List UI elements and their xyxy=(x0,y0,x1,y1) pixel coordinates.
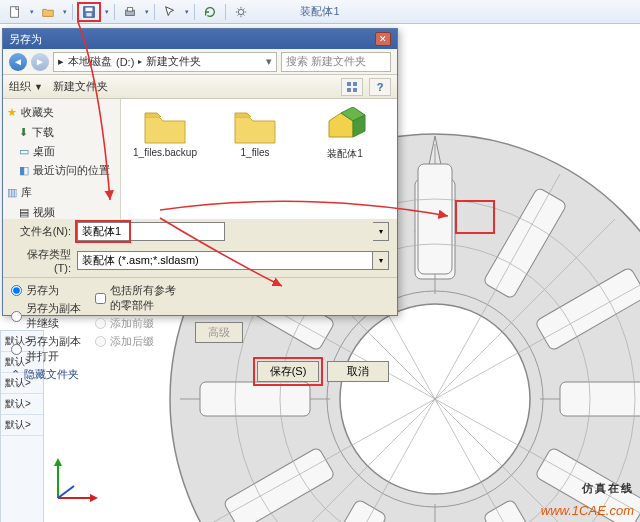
new-dropdown[interactable]: ▾ xyxy=(28,8,35,16)
select-dropdown[interactable]: ▾ xyxy=(183,8,190,16)
svg-rect-18 xyxy=(560,382,640,416)
svg-rect-15 xyxy=(418,164,452,274)
svg-rect-0 xyxy=(11,6,19,17)
radio-saveas-copy-continue[interactable]: 另存为副本并继续 xyxy=(11,301,81,331)
save-dropdown[interactable]: ▾ xyxy=(103,8,110,16)
url-watermark: www.1CAE.com xyxy=(541,503,634,518)
annotation-highlight xyxy=(455,200,495,234)
nav-fwd-button[interactable]: ► xyxy=(31,53,49,71)
sidebar-desktop[interactable]: ▭桌面 xyxy=(5,143,118,160)
breadcrumb-drive[interactable]: (D:) xyxy=(116,56,134,68)
document-title: 装配体1 xyxy=(300,4,339,19)
filename-label: 文件名(N): xyxy=(11,224,71,239)
open-dropdown[interactable]: ▾ xyxy=(61,8,68,16)
svg-rect-2 xyxy=(86,7,93,11)
radio-saveas-copy-open[interactable]: 另存为副本并打开 xyxy=(11,334,81,364)
svg-point-6 xyxy=(238,9,243,14)
svg-marker-42 xyxy=(90,494,98,502)
brand-watermark: 仿真在线 xyxy=(582,478,634,496)
save-as-dialog: 另存为 ✕ ◄ ► ▸ 本地磁盘 (D:) ▸ 新建文件夹 ▾ 搜索 新建文件夹… xyxy=(2,28,398,316)
dialog-titlebar: 另存为 ✕ xyxy=(3,29,397,49)
radio-add-suffix: 添加后缀 xyxy=(95,334,181,349)
svg-marker-40 xyxy=(54,458,62,466)
breadcrumb-disk[interactable]: 本地磁盘 xyxy=(68,54,112,69)
svg-rect-24 xyxy=(200,382,310,416)
select-button[interactable] xyxy=(159,2,181,22)
check-include-refs[interactable]: 包括所有参考的零部件 xyxy=(95,283,181,313)
organize-button[interactable]: 组织 ▼ xyxy=(9,79,43,94)
nav-back-button[interactable]: ◄ xyxy=(9,53,27,71)
sidebar-recent[interactable]: ◧最近访问的位置 xyxy=(5,162,118,179)
dialog-navbar: ◄ ► ▸ 本地磁盘 (D:) ▸ 新建文件夹 ▾ 搜索 新建文件夹 xyxy=(3,49,397,75)
svg-rect-38 xyxy=(353,88,357,92)
sidebar-libraries[interactable]: ▥库 xyxy=(5,183,118,202)
radio-add-prefix: 添加前缀 xyxy=(95,316,181,331)
svg-rect-35 xyxy=(347,82,351,86)
radio-saveas[interactable]: 另存为 xyxy=(11,283,81,298)
print-dropdown[interactable]: ▾ xyxy=(143,8,150,16)
save-button[interactable] xyxy=(79,3,99,21)
view-mode-button[interactable] xyxy=(341,78,363,96)
svg-rect-37 xyxy=(347,88,351,92)
filetype-input[interactable] xyxy=(77,251,373,270)
assembly-file-item[interactable]: 装配体1 xyxy=(309,107,381,161)
filename-dropdown[interactable]: ▾ xyxy=(373,222,389,241)
new-folder-button[interactable]: 新建文件夹 xyxy=(53,79,108,94)
file-pane[interactable]: 1_files.backup 1_files 装配体1 xyxy=(121,99,397,219)
svg-rect-5 xyxy=(127,7,132,11)
sidebar-downloads[interactable]: ⬇下载 xyxy=(5,124,118,141)
open-button[interactable] xyxy=(37,2,59,22)
breadcrumb[interactable]: ▸ 本地磁盘 (D:) ▸ 新建文件夹 ▾ xyxy=(53,52,277,72)
filetype-label: 保存类型(T): xyxy=(11,247,71,274)
filetype-dropdown[interactable]: ▾ xyxy=(373,251,389,270)
breadcrumb-folder[interactable]: 新建文件夹 xyxy=(146,54,201,69)
sidebar-favorites[interactable]: ★收藏夹 xyxy=(5,103,118,122)
view-triad xyxy=(48,452,104,508)
save-dialog-cancel-button[interactable]: 取消 xyxy=(327,361,389,382)
help-button[interactable]: ? xyxy=(369,78,391,96)
print-button[interactable] xyxy=(119,2,141,22)
svg-rect-36 xyxy=(353,82,357,86)
new-doc-button[interactable] xyxy=(4,2,26,22)
svg-rect-3 xyxy=(86,12,91,16)
options-button[interactable] xyxy=(230,2,252,22)
folder-item[interactable]: 1_files.backup xyxy=(129,107,201,158)
dialog-toolbar: 组织 ▼ 新建文件夹 ? xyxy=(3,75,397,99)
hide-folders-toggle[interactable]: ⌃隐藏文件夹 xyxy=(11,367,81,382)
dialog-sidebar: ★收藏夹 ⬇下载 ▭桌面 ◧最近访问的位置 ▥库 ▤视频 xyxy=(3,99,121,219)
search-input[interactable]: 搜索 新建文件夹 xyxy=(281,52,391,72)
config-row[interactable]: 默认> xyxy=(1,394,43,415)
close-button[interactable]: ✕ xyxy=(375,32,391,46)
advanced-button: 高级 xyxy=(195,322,243,343)
dialog-title: 另存为 xyxy=(9,32,42,47)
folder-item[interactable]: 1_files xyxy=(219,107,291,158)
svg-line-43 xyxy=(58,486,74,498)
rebuild-button[interactable] xyxy=(199,2,221,22)
sidebar-videos[interactable]: ▤视频 xyxy=(5,204,118,221)
config-row[interactable]: 默认> xyxy=(1,415,43,436)
